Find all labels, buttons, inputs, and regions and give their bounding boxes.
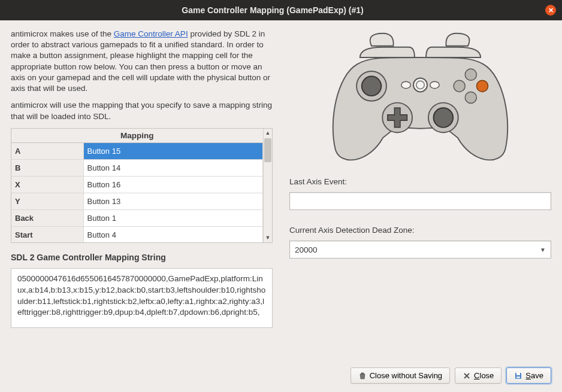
left-column: antimicrox makes use of the Game Control… bbox=[11, 29, 273, 357]
close-no-save-label: Close without Saving bbox=[370, 371, 442, 380]
intro-part3: antimicrox will use the mapping that you… bbox=[11, 100, 273, 121]
row-value[interactable]: Button 16 bbox=[83, 176, 263, 193]
mapping-string-field[interactable]: 0500000047616d6550616457870000000,GamePa… bbox=[11, 268, 273, 328]
table-row[interactable]: XButton 16 bbox=[11, 176, 263, 193]
svg-point-4 bbox=[434, 108, 454, 127]
window-title: Game Controller Mapping (GamePadExp) (#1… bbox=[0, 5, 545, 15]
row-value[interactable]: Button 15 bbox=[83, 142, 263, 159]
scroll-thumb[interactable] bbox=[264, 138, 271, 162]
trash-icon bbox=[358, 372, 367, 380]
svg-point-1 bbox=[362, 77, 382, 96]
deadzone-combobox[interactable]: 20000 ▼ bbox=[289, 241, 551, 259]
close-button[interactable]: Close bbox=[455, 367, 501, 384]
scroll-up-icon[interactable]: ▲ bbox=[264, 129, 272, 138]
right-column: Last Axis Event: Current Axis Detection … bbox=[289, 29, 551, 357]
intro-part1: antimicrox makes use of the bbox=[11, 29, 114, 38]
row-value[interactable]: Button 13 bbox=[83, 193, 263, 209]
intro-part2: provided by SDL 2 in order to abstract v… bbox=[11, 29, 270, 93]
window-close-button[interactable]: ✕ bbox=[545, 5, 556, 16]
row-name: Back bbox=[11, 209, 83, 226]
controller-image bbox=[289, 29, 551, 166]
row-name: B bbox=[11, 159, 83, 176]
table-scrollbar[interactable]: ▲ ▼ bbox=[263, 129, 272, 242]
row-value[interactable]: Button 4 bbox=[83, 226, 263, 242]
mapping-header: Mapping bbox=[11, 129, 263, 143]
close-without-saving-button[interactable]: Close without Saving bbox=[351, 367, 450, 384]
svg-rect-15 bbox=[516, 376, 520, 378]
titlebar: Game Controller Mapping (GamePadExp) (#1… bbox=[0, 0, 562, 20]
row-value[interactable]: Button 14 bbox=[83, 159, 263, 176]
close-icon bbox=[463, 372, 471, 380]
button-bar: Close without Saving Close Save bbox=[0, 363, 562, 392]
svg-point-5 bbox=[401, 81, 410, 89]
game-controller-api-link[interactable]: Game Controller API bbox=[114, 29, 188, 38]
svg-point-6 bbox=[413, 78, 427, 92]
svg-point-12 bbox=[465, 92, 476, 103]
deadzone-value: 20000 bbox=[295, 245, 318, 254]
svg-point-11 bbox=[476, 80, 488, 92]
table-row[interactable]: StartButton 4 bbox=[11, 226, 263, 242]
row-name: Y bbox=[11, 193, 83, 209]
content-area: antimicrox makes use of the Game Control… bbox=[0, 20, 562, 363]
table-row[interactable]: BButton 14 bbox=[11, 159, 263, 176]
svg-point-8 bbox=[430, 81, 439, 89]
svg-rect-14 bbox=[516, 373, 520, 375]
svg-point-10 bbox=[454, 80, 465, 92]
table-row[interactable]: BackButton 1 bbox=[11, 209, 263, 226]
svg-point-9 bbox=[465, 69, 476, 80]
save-label: Save bbox=[525, 371, 543, 380]
save-button[interactable]: Save bbox=[506, 367, 551, 384]
chevron-down-icon: ▼ bbox=[540, 247, 546, 253]
table-row[interactable]: YButton 13 bbox=[11, 193, 263, 209]
mapping-table[interactable]: Mapping AButton 15BButton 14XButton 16YB… bbox=[11, 128, 273, 243]
last-axis-field[interactable] bbox=[289, 192, 551, 210]
last-axis-label: Last Axis Event: bbox=[289, 177, 551, 186]
scroll-down-icon[interactable]: ▼ bbox=[264, 233, 272, 242]
intro-text: antimicrox makes use of the Game Control… bbox=[11, 29, 273, 122]
row-name: A bbox=[11, 142, 83, 159]
deadzone-label: Current Axis Detection Dead Zone: bbox=[289, 226, 551, 235]
table-row[interactable]: AButton 15 bbox=[11, 142, 263, 159]
mapping-string-label: SDL 2 Game Controller Mapping String bbox=[11, 253, 273, 262]
row-value[interactable]: Button 1 bbox=[83, 209, 263, 226]
save-icon bbox=[514, 372, 522, 380]
row-name: Start bbox=[11, 226, 83, 242]
row-name: X bbox=[11, 176, 83, 193]
close-label: Close bbox=[474, 371, 494, 380]
